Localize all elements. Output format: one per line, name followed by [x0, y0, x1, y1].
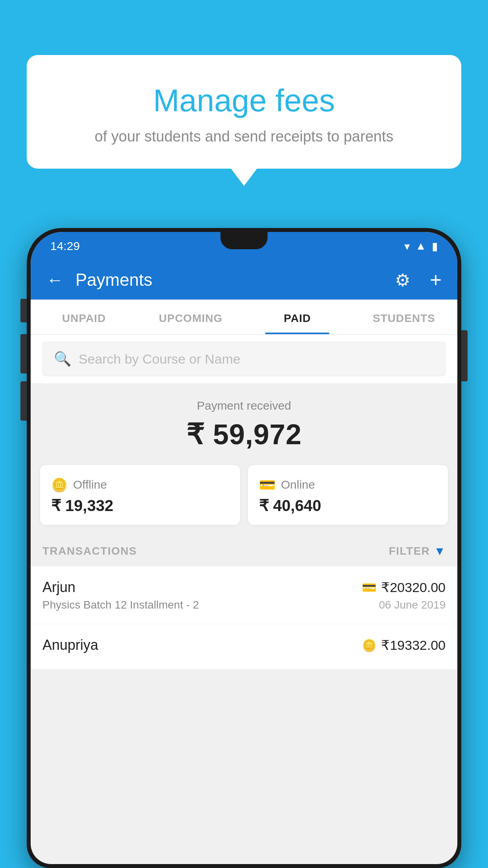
status-bar: 14:29 ▾ ▲ ▮: [31, 232, 457, 260]
transaction-row[interactable]: Anupriya 🪙 ₹19332.00: [31, 624, 457, 669]
transaction-amount-row: 💳 ₹20320.00: [362, 579, 446, 595]
filter-label: FILTER: [389, 545, 430, 557]
search-container: 🔍 Search by Course or Name: [31, 335, 457, 383]
tab-unpaid[interactable]: UNPAID: [31, 300, 138, 334]
payment-cards-row: 🪙 Offline ₹ 19,332 💳 Online ₹ 40,640: [31, 465, 457, 536]
phone-frame: 14:29 ▾ ▲ ▮ ← Payments ⚙ + UNPAID UPCOMI…: [27, 228, 461, 868]
transaction-date: 06 June 2019: [379, 599, 446, 611]
online-card: 💳 Online ₹ 40,640: [248, 465, 448, 525]
offline-amount: ₹ 19,332: [51, 497, 229, 515]
battery-icon: ▮: [432, 240, 438, 253]
payment-summary: Payment received ₹ 59,972: [31, 383, 457, 465]
wifi-icon: ▾: [404, 240, 410, 253]
status-icons: ▾ ▲ ▮: [404, 240, 438, 253]
offline-card: 🪙 Offline ₹ 19,332: [40, 465, 240, 525]
bubble-subtitle: of your students and send receipts to pa…: [50, 128, 438, 145]
phone-screen: 14:29 ▾ ▲ ▮ ← Payments ⚙ + UNPAID UPCOMI…: [31, 232, 457, 864]
filter-icon: ▼: [434, 544, 446, 558]
online-amount: ₹ 40,640: [259, 497, 437, 515]
card-payment-icon: 💳: [362, 581, 376, 594]
settings-button[interactable]: ⚙: [395, 270, 410, 290]
transactions-header: TRANSACTIONS FILTER ▼: [31, 536, 457, 566]
offline-label: Offline: [73, 478, 107, 491]
transaction-row[interactable]: Arjun 💳 ₹20320.00 Physics Batch 12 Insta…: [31, 566, 457, 624]
transaction-list: Arjun 💳 ₹20320.00 Physics Batch 12 Insta…: [31, 566, 457, 669]
search-icon: 🔍: [54, 351, 72, 367]
transaction-amount-2: ₹19332.00: [381, 637, 446, 653]
offline-payment-icon: 🪙: [51, 477, 68, 493]
transaction-course: Physics Batch 12 Installment - 2: [42, 599, 199, 611]
search-input[interactable]: Search by Course or Name: [79, 351, 240, 367]
online-label: Online: [281, 478, 315, 491]
transaction-amount: ₹20320.00: [381, 579, 446, 595]
payment-received-label: Payment received: [42, 399, 446, 412]
tab-paid[interactable]: PAID: [244, 300, 351, 334]
transaction-name: Arjun: [42, 579, 75, 596]
transaction-amount-row-2: 🪙 ₹19332.00: [362, 637, 446, 653]
camera-notch: [220, 232, 268, 249]
filter-row[interactable]: FILTER ▼: [389, 544, 446, 558]
status-time: 14:29: [50, 239, 80, 253]
speech-bubble-card: Manage fees of your students and send re…: [27, 55, 461, 169]
tab-bar: UNPAID UPCOMING PAID STUDENTS: [31, 300, 457, 335]
speech-bubble-section: Manage fees of your students and send re…: [27, 55, 461, 169]
bubble-title: Manage fees: [50, 83, 438, 119]
add-button[interactable]: +: [430, 268, 442, 292]
online-payment-icon: 💳: [259, 477, 275, 493]
total-amount: ₹ 59,972: [42, 418, 446, 451]
tab-students[interactable]: STUDENTS: [351, 300, 458, 334]
tab-upcoming[interactable]: UPCOMING: [138, 300, 244, 334]
back-button[interactable]: ←: [46, 270, 64, 290]
header-title: Payments: [75, 270, 383, 290]
signal-icon: ▲: [415, 240, 426, 252]
search-bar[interactable]: 🔍 Search by Course or Name: [42, 342, 446, 376]
transactions-label: TRANSACTIONS: [42, 545, 137, 557]
app-header: ← Payments ⚙ +: [31, 260, 457, 300]
transaction-name-2: Anupriya: [42, 637, 98, 653]
cash-payment-icon: 🪙: [362, 638, 376, 652]
